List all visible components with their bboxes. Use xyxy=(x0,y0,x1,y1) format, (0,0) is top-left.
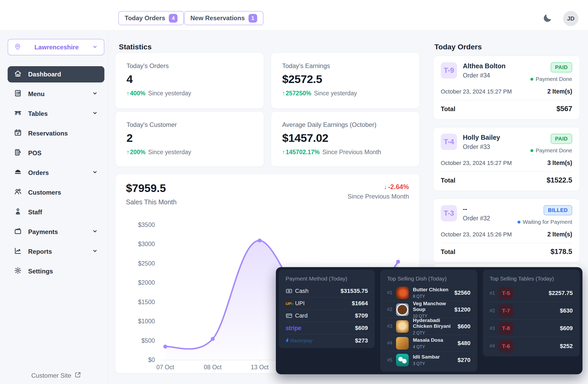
payment-amount: $31535.75 xyxy=(341,288,368,294)
status-caption: Waiting for Payment xyxy=(523,219,572,225)
dish-qty: 2 QTY xyxy=(413,331,458,335)
payment-amount: $273 xyxy=(355,337,368,344)
order-card[interactable]: T-9 Althea Bolton Order #34 PAID Payment… xyxy=(433,56,580,120)
chevron-down-icon xyxy=(92,44,98,51)
table-row: #1 T-5 $2257.75 xyxy=(490,284,573,302)
dish-amount: $270 xyxy=(458,357,470,364)
dashboard-screen: Today Orders 4 New Reservations 1 JD Law… xyxy=(0,0,588,384)
wallet-icon xyxy=(14,227,22,237)
panel-title: Top Selling Tables (Today) xyxy=(490,276,573,282)
table-amount: $252 xyxy=(560,343,573,350)
dish-amount: $1200 xyxy=(454,306,470,313)
table-badge: T-4 xyxy=(441,134,457,150)
sidebar-item-label: POS xyxy=(28,149,42,157)
payment-row: Cash $31535.75 xyxy=(286,285,368,297)
top-bar: Today Orders 4 New Reservations 1 JD xyxy=(0,0,588,30)
rank-label: #4 xyxy=(490,343,499,349)
stat-value: $1457.02 xyxy=(282,132,408,144)
chevron-down-icon xyxy=(92,169,98,177)
payment-amount: $1664 xyxy=(352,300,368,307)
order-card[interactable]: T-3 -- Order #32 BILLED Waiting for Paym… xyxy=(433,199,580,262)
order-number: Order #32 xyxy=(463,215,490,222)
user-avatar[interactable]: JD xyxy=(563,11,578,26)
payment-amount: $609 xyxy=(355,325,368,331)
order-items-count: 2 Item(s) xyxy=(547,231,572,238)
sidebar-item-reservations[interactable]: Reservations xyxy=(8,125,104,142)
dish-name: Hyderabadi Chicken Biryani xyxy=(413,318,458,329)
top-selling-tables-panel: Top Selling Tables (Today) #1 T-5 $2257.… xyxy=(483,270,580,356)
stat-card-todays-orders: Today's Orders 4 400% Since yesterday xyxy=(115,53,264,109)
stat-delta-caption: Since yesterday xyxy=(148,149,191,156)
sidebar-item-settings[interactable]: Settings xyxy=(8,263,104,279)
today-orders-button[interactable]: Today Orders 4 xyxy=(118,11,184,25)
order-card[interactable]: T-4 Holly Bailey Order #33 PAID Payment … xyxy=(433,127,580,191)
sidebar-item-tables[interactable]: Tables xyxy=(8,106,104,122)
calendar-check-icon xyxy=(14,129,22,138)
chevron-down-icon xyxy=(92,228,98,236)
y-axis-tick: $2500 xyxy=(123,260,155,267)
customer-name: Holly Bailey xyxy=(463,134,500,141)
stat-delta-caption: Since yesterday xyxy=(314,90,357,97)
users-icon xyxy=(14,188,22,197)
dark-mode-toggle[interactable] xyxy=(542,13,553,24)
panel-title: Payment Method (Today) xyxy=(286,276,368,282)
sidebar-item-label: Reservations xyxy=(28,130,68,137)
trend-chart-icon xyxy=(14,247,22,256)
external-link-icon xyxy=(74,371,81,380)
rank-label: #5 xyxy=(387,357,396,363)
menu-book-icon xyxy=(14,89,22,99)
location-selector[interactable]: Lawrenceshire xyxy=(8,39,104,55)
chevron-down-icon xyxy=(92,248,98,256)
x-axis-tick: 13 Oct xyxy=(242,364,277,371)
up-arrow-icon: 145702.17% xyxy=(282,149,320,156)
table-badge: T-5 xyxy=(499,287,513,299)
stat-card-average-daily-earnings: Average Daily Earnings (October) $1457.0… xyxy=(271,111,420,167)
dish-amount: $2560 xyxy=(454,289,470,296)
customer-site-link[interactable]: Customer Site xyxy=(31,371,81,380)
stat-card-todays-earnings: Today's Earnings $2572.5 257250% Since y… xyxy=(271,53,420,109)
sidebar-item-label: Reports xyxy=(28,248,52,255)
y-axis-tick: $3000 xyxy=(123,241,155,248)
summary-overlay: Payment Method (Today) Cash $31535.75 UP… xyxy=(276,267,582,374)
dish-name: Veg Manchow Soup xyxy=(413,301,454,312)
sidebar-item-reports[interactable]: Reports xyxy=(8,243,104,260)
total-label: Total xyxy=(441,248,455,256)
sidebar-item-staff[interactable]: Staff xyxy=(8,204,104,220)
stripe-logo: stripe xyxy=(286,325,301,332)
payment-method-label: Card xyxy=(295,312,308,319)
staff-person-icon xyxy=(14,207,22,217)
stat-label: Today's Earnings xyxy=(282,62,408,70)
dish-row: #5 Idli Sambar 3 QTY $270 xyxy=(387,352,470,369)
banknote-icon xyxy=(286,288,295,294)
sidebar-item-payments[interactable]: Payments xyxy=(8,224,104,240)
rank-label: #2 xyxy=(387,307,396,312)
sidebar-item-label: Staff xyxy=(28,209,42,216)
total-label: Total xyxy=(441,105,455,113)
payment-row: Razorpay $273 xyxy=(286,334,368,347)
sidebar-item-dashboard[interactable]: Dashboard xyxy=(8,66,104,82)
new-reservations-button[interactable]: New Reservations 1 xyxy=(184,11,263,25)
payment-amount: $709 xyxy=(355,312,368,319)
order-number: Order #34 xyxy=(463,72,506,79)
rank-label: #4 xyxy=(387,340,396,346)
payment-method-label: UPI xyxy=(295,300,305,307)
dish-photo xyxy=(396,320,409,333)
stat-label: Today's Customer xyxy=(126,121,253,128)
table-badge: T-9 xyxy=(441,62,457,79)
order-total: $178.5 xyxy=(550,248,572,256)
sidebar-item-pos[interactable]: POS xyxy=(8,145,104,161)
table-icon xyxy=(14,109,22,118)
status-badge: PAID xyxy=(551,62,572,72)
y-axis-tick: $1000 xyxy=(123,318,155,325)
sidebar-item-orders[interactable]: Orders xyxy=(8,165,104,181)
order-number: Order #33 xyxy=(463,143,500,151)
sidebar-item-menu[interactable]: Menu xyxy=(8,86,104,102)
new-reservations-count-badge: 1 xyxy=(249,14,257,23)
today-orders-count-badge: 4 xyxy=(169,14,178,23)
y-axis-tick: $3500 xyxy=(123,221,155,229)
customer-name: Althea Bolton xyxy=(463,62,506,70)
moon-icon xyxy=(542,20,553,24)
payment-row: Card $709 xyxy=(286,310,368,322)
sidebar-item-label: Payments xyxy=(28,228,58,236)
sidebar-item-customers[interactable]: Customers xyxy=(8,184,104,201)
